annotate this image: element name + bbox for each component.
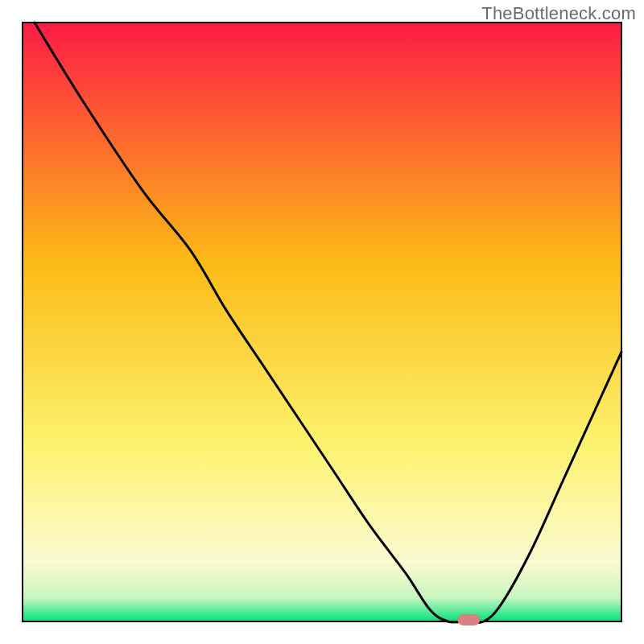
- plot-area: [23, 23, 621, 625]
- watermark-text: TheBottleneck.com: [481, 3, 636, 24]
- optimal-marker: [457, 614, 480, 625]
- gradient-background: [23, 23, 621, 621]
- chart-stage: TheBottleneck.com: [0, 0, 644, 644]
- chart-svg: [0, 0, 644, 644]
